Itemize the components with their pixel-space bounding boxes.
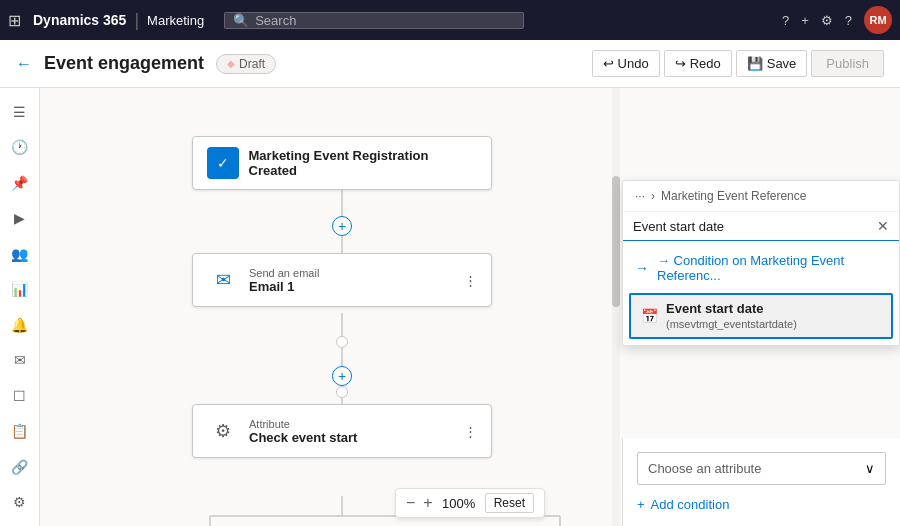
scrollbar-thumb	[612, 176, 620, 307]
save-icon: 💾	[747, 56, 763, 71]
sidebar-item-settings[interactable]: ⚙	[4, 487, 36, 519]
back-button[interactable]: ←	[16, 55, 32, 73]
condition-result-item[interactable]: → → Condition on Marketing Event Referen…	[623, 245, 899, 291]
right-scrollbar[interactable]	[612, 88, 620, 526]
eventdate-entity: (msevtmgt_eventstartdate)	[666, 318, 797, 330]
dropdown-search-input[interactable]	[633, 219, 877, 234]
undo-icon: ↩	[603, 56, 614, 71]
sidebar-item-forms[interactable]: ☐	[4, 380, 36, 412]
redo-button[interactable]: ↪ Redo	[664, 50, 732, 77]
page-title: Event engagement	[44, 53, 204, 74]
attribute-text: Attribute Check event start	[249, 418, 357, 445]
choose-attribute-dropdown[interactable]: Choose an attribute ∨	[637, 452, 886, 485]
brand-name: Dynamics 365	[33, 12, 126, 28]
sidebar-item-notifications[interactable]: 🔔	[4, 309, 36, 341]
brand: Dynamics 365	[33, 12, 126, 28]
plus-icon[interactable]: +	[801, 13, 809, 28]
bottom-toolbar: − + 100% Reset	[395, 488, 545, 518]
email-icon: ✉	[207, 264, 239, 296]
attribute-node[interactable]: ⚙ Attribute Check event start ⋮	[192, 404, 492, 458]
search-icon: 🔍	[233, 13, 249, 28]
sidebar-item-history[interactable]: 🕐	[4, 132, 36, 164]
main-layout: ☰ 🕐 📌 ▶ 👥 📊 🔔 ✉ ☐ 📋 🔗 ⚙	[0, 88, 900, 526]
circle-connector-1	[336, 336, 348, 348]
dropdown-input-row: ✕	[623, 212, 899, 241]
breadcrumb-arrow: ›	[651, 189, 655, 203]
nav-actions: ? + ⚙ ? RM	[782, 6, 892, 34]
eventdate-result-name: Event start date (msevtmgt_eventstartdat…	[666, 301, 881, 331]
status-badge: ◆ Draft	[216, 54, 276, 74]
condition-result-text: → Condition on Marketing Event Referenc.…	[657, 253, 887, 283]
reset-button[interactable]: Reset	[485, 493, 534, 513]
redo-icon: ↪	[675, 56, 686, 71]
sidebar-item-lists[interactable]: 📋	[4, 416, 36, 448]
sidebar-item-pin[interactable]: 📌	[4, 167, 36, 199]
breadcrumb-dots[interactable]: ···	[635, 189, 645, 203]
zoom-in-button[interactable]: +	[423, 494, 432, 512]
search-dropdown: ··· › Marketing Event Reference ✕ → → Co…	[622, 180, 900, 346]
eventdate-result-item[interactable]: 📅 Event start date (msevtmgt_eventstartd…	[629, 293, 893, 339]
email-node-menu[interactable]: ⋮	[464, 273, 477, 288]
nav-divider: |	[134, 10, 139, 31]
avatar[interactable]: RM	[864, 6, 892, 34]
draft-dot: ◆	[227, 58, 235, 69]
attribute-icon: ⚙	[207, 415, 239, 447]
sidebar-item-analytics[interactable]: 📊	[4, 274, 36, 306]
dropdown-breadcrumb: ··· › Marketing Event Reference	[623, 181, 899, 212]
calendar-icon: 📅	[641, 308, 658, 324]
search-results: → → Condition on Marketing Event Referen…	[623, 241, 899, 345]
sidebar-item-people[interactable]: 👥	[4, 238, 36, 270]
question-icon[interactable]: ?	[845, 13, 852, 28]
attribute-node-menu[interactable]: ⋮	[464, 424, 477, 439]
registration-text: Marketing Event Registration Created	[249, 148, 477, 178]
condition-icon: →	[635, 260, 649, 276]
settings-icon[interactable]: ⚙	[821, 13, 833, 28]
plus-connector-2[interactable]: +	[332, 366, 352, 386]
draft-label: Draft	[239, 57, 265, 71]
add-condition-button[interactable]: + Add condition	[637, 497, 886, 512]
panel-bottom: Choose an attribute ∨ + Add condition	[622, 438, 900, 526]
breadcrumb-text: Marketing Event Reference	[661, 189, 806, 203]
search-input[interactable]	[255, 13, 515, 28]
flow-canvas: ✓ Marketing Event Registration Created +…	[40, 88, 900, 526]
top-navigation: ⊞ Dynamics 365 | Marketing 🔍 ? + ⚙ ? RM	[0, 0, 900, 40]
sidebar-item-menu[interactable]: ☰	[4, 96, 36, 128]
sidebar-item-email[interactable]: ✉	[4, 345, 36, 377]
grid-icon[interactable]: ⊞	[8, 11, 21, 30]
undo-button[interactable]: ↩ Undo	[592, 50, 660, 77]
sub-header: ← Event engagement ◆ Draft ↩ Undo ↪ Redo…	[0, 40, 900, 88]
sidebar-item-links[interactable]: 🔗	[4, 451, 36, 483]
help-icon[interactable]: ?	[782, 13, 789, 28]
nav-app-name: Marketing	[147, 13, 204, 28]
sidebar-item-play[interactable]: ▶	[4, 203, 36, 235]
zoom-level: 100%	[441, 496, 477, 511]
search-box[interactable]: 🔍	[224, 12, 524, 29]
add-condition-plus-icon: +	[637, 497, 645, 512]
email-node[interactable]: ✉ Send an email Email 1 ⋮	[192, 253, 492, 307]
circle-connector-2	[336, 386, 348, 398]
header-actions: ↩ Undo ↪ Redo 💾 Save Publish	[592, 50, 884, 77]
plus-connector-1[interactable]: +	[332, 216, 352, 236]
email-text: Send an email Email 1	[249, 267, 319, 294]
zoom-out-button[interactable]: −	[406, 494, 415, 512]
add-condition-label: Add condition	[651, 497, 730, 512]
dropdown-clear-icon[interactable]: ✕	[877, 218, 889, 234]
save-button[interactable]: 💾 Save	[736, 50, 808, 77]
choose-attr-chevron: ∨	[865, 461, 875, 476]
registration-node[interactable]: ✓ Marketing Event Registration Created	[192, 136, 492, 190]
choose-attr-label: Choose an attribute	[648, 461, 761, 476]
left-sidebar: ☰ 🕐 📌 ▶ 👥 📊 🔔 ✉ ☐ 📋 🔗 ⚙	[0, 88, 40, 526]
registration-icon: ✓	[207, 147, 239, 179]
publish-button: Publish	[811, 50, 884, 77]
